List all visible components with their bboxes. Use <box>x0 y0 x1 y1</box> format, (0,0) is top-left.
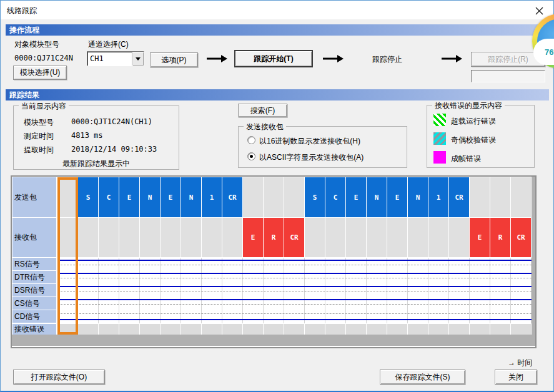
signal-line-solid <box>57 286 532 287</box>
framing-error-label: 成帧错误 <box>451 154 481 164</box>
combo-dropdown-button[interactable] <box>132 52 144 66</box>
radio-ascii-display[interactable] <box>247 152 255 160</box>
send-cell[interactable]: CR <box>222 177 242 217</box>
signal-line-solid <box>57 273 532 274</box>
trace-progress-field <box>471 70 545 82</box>
send-cell[interactable]: C <box>99 177 119 217</box>
line-trace-dialog: 线路跟踪 操作流程 对象模块型号 0000:QJ71C24N 模块选择(U) 通… <box>0 0 554 392</box>
receive-cell[interactable]: CR <box>284 218 304 257</box>
target-module-label: 对象模块型号 <box>14 39 59 50</box>
channel-select-value: CH1 <box>87 54 132 63</box>
time-arrow-icon: → <box>508 358 515 367</box>
extract-time-value: 2018/12/14 09:10:33 <box>71 145 157 154</box>
target-module-value: 0000:QJ71C24N <box>14 54 73 62</box>
send-cell[interactable]: N <box>181 177 201 217</box>
gauge-cloud-icon: 76% <box>533 39 554 65</box>
overrun-error-swatch-icon <box>433 114 446 126</box>
signal-row-4 <box>57 297 532 310</box>
row-label-send-packet: 发送包 <box>12 177 56 217</box>
gauge-percent: 76% <box>545 47 554 57</box>
grid-cursor-highlight[interactable] <box>57 177 78 335</box>
receive-error-row <box>57 324 532 335</box>
signal-row-1 <box>57 258 532 271</box>
module-select-button[interactable]: 模块选择(U) <box>13 66 67 80</box>
receive-error-groupbox: 接收错误的显示内容 超载运行错误 奇偶校验错误 成帧错误 <box>427 105 535 168</box>
extract-time-label: 提取时间 <box>24 145 54 155</box>
grid-right-strip <box>532 177 535 335</box>
module-model-value: 0000:QJT1C24N(CH1) <box>71 117 152 126</box>
send-cell[interactable]: C <box>325 177 345 217</box>
close-icon[interactable] <box>531 4 547 17</box>
trace-grid[interactable]: 发送包接收包RS信号DTR信号DSR信号CS信号CD信号接收错误SCENEN1C… <box>11 175 537 348</box>
signal-row-2 <box>57 271 532 284</box>
close-button[interactable]: 关闭 <box>495 370 537 385</box>
row-label-signal-1: RS信号 <box>12 258 56 270</box>
signal-line-solid <box>57 319 532 320</box>
module-model-label: 模块型号 <box>24 117 54 128</box>
channel-select-label: 通道选择(C) <box>88 39 129 50</box>
row-label-signal-4: CS信号 <box>12 297 56 310</box>
framing-error-swatch-icon <box>433 151 446 164</box>
options-button[interactable]: 选项(P) <box>150 52 198 67</box>
current-display-groupbox: 当前显示内容 模块型号 0000:QJT1C24N(CH1) 测定时间 4813… <box>13 105 179 170</box>
signal-line-solid <box>57 299 532 300</box>
signal-line-dashed <box>57 265 532 265</box>
receive-cell[interactable]: CR <box>511 218 531 257</box>
section-header-operation-flow: 操作流程 <box>6 24 549 36</box>
parity-error-swatch-icon <box>433 132 446 145</box>
section-header-trace-result: 跟踪结果 <box>6 89 549 100</box>
flow-arrow-icon-3 <box>442 54 463 65</box>
radio-hex-label[interactable]: 以16进制数显示发送接收包(H) <box>259 136 360 147</box>
send-cell[interactable]: N <box>140 177 160 217</box>
time-direction-label: → 时间 <box>508 358 532 368</box>
channel-select-combobox[interactable]: CH1 <box>87 51 144 66</box>
signal-line-dashed <box>57 291 532 292</box>
latest-result-status: 最新跟踪结果显示中 <box>14 159 179 169</box>
send-cell[interactable]: N <box>367 177 387 217</box>
measure-time-value: 4813 ms <box>71 131 103 140</box>
receive-cell[interactable]: R <box>490 218 510 257</box>
send-cell[interactable]: E <box>346 177 366 217</box>
row-label-receive-error: 接收错误 <box>12 324 56 335</box>
signal-line-dashed <box>57 313 532 314</box>
packet-group-title: 发送接收包 <box>244 122 286 132</box>
overrun-error-label: 超载运行错误 <box>451 116 496 127</box>
send-cell[interactable]: N <box>408 177 428 217</box>
trace-stop-text: 跟踪停止 <box>372 54 402 65</box>
send-cell[interactable]: S <box>305 177 325 217</box>
row-label-signal-3: DSR信号 <box>12 284 56 296</box>
send-cell[interactable]: E <box>387 177 407 217</box>
send-cell[interactable]: CR <box>449 177 469 217</box>
radio-ascii-label[interactable]: 以ASCII字符显示发送接收包(A) <box>259 152 364 163</box>
title-bar: 线路跟踪 <box>1 1 553 19</box>
send-cell[interactable]: S <box>78 177 98 217</box>
row-label-receive-packet: 接收包 <box>12 218 56 257</box>
send-cell[interactable]: E <box>161 177 181 217</box>
send-cell[interactable]: E <box>119 177 139 217</box>
packet-display-groupbox: 发送接收包 以16进制数显示发送接收包(H) 以ASCII字符显示发送接收包(A… <box>238 126 407 168</box>
row-label-signal-2: DTR信号 <box>12 271 56 283</box>
parity-error-label: 奇偶校验错误 <box>451 135 496 145</box>
radio-hex-display[interactable] <box>247 136 255 144</box>
receive-cell[interactable]: E <box>470 218 490 257</box>
chevron-down-icon <box>136 57 141 61</box>
save-trace-file-button[interactable]: 保存跟踪文件(S) <box>380 370 465 385</box>
row-label-signal-5: CD信号 <box>12 310 56 323</box>
signal-line-dashed <box>57 304 532 305</box>
signal-line-solid <box>57 260 532 261</box>
search-button[interactable]: 搜索(F) <box>238 104 287 117</box>
open-trace-file-button[interactable]: 打开跟踪文件(O) <box>13 370 105 385</box>
signal-row-3 <box>57 284 532 297</box>
signal-line-dashed <box>57 278 532 278</box>
receive-cell[interactable]: E <box>243 218 263 257</box>
send-cell[interactable]: 1 <box>428 177 448 217</box>
grid-horizontal-scrollbar[interactable] <box>12 335 535 346</box>
flow-arrow-icon-2 <box>323 54 344 65</box>
receive-cell[interactable]: R <box>264 218 284 257</box>
send-cell[interactable]: 1 <box>202 177 222 217</box>
flow-arrow-icon-1 <box>207 54 228 65</box>
measure-time-label: 测定时间 <box>24 131 54 142</box>
time-label: 时间 <box>517 358 532 367</box>
trace-start-button[interactable]: 跟踪开始(T) <box>234 50 313 67</box>
current-display-group-title: 当前显示内容 <box>19 101 69 112</box>
